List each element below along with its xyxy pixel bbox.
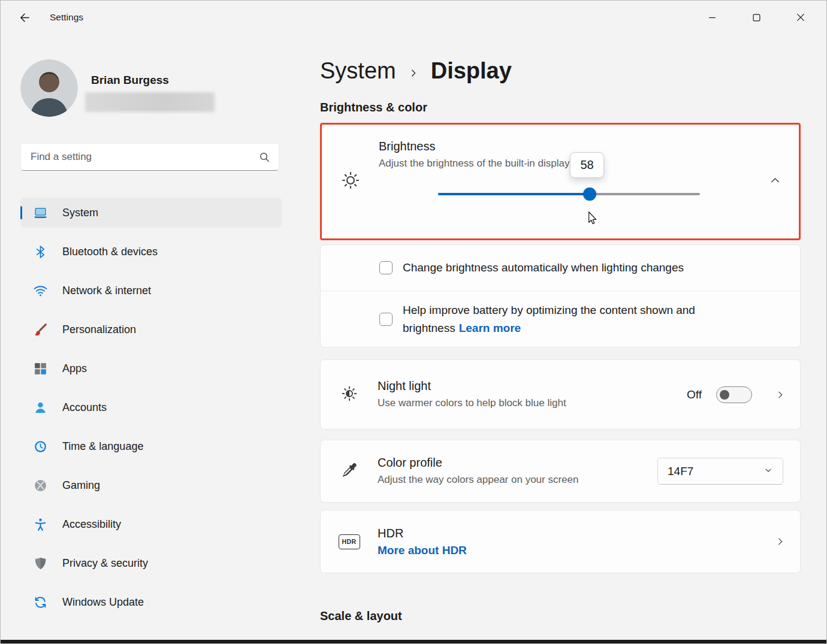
breadcrumb-display: Display [431, 58, 512, 84]
auto-brightness-label: Change brightness automatically when lig… [403, 259, 684, 276]
toggle-knob [720, 390, 729, 400]
night-light-card[interactable]: Night light Use warmer colors to help bl… [320, 359, 801, 430]
brightness-subsettings: Change brightness automatically when lig… [320, 244, 801, 347]
sidebar-item-label: System [62, 207, 98, 219]
sidebar-item-label: Accounts [62, 401, 107, 414]
breadcrumb-system[interactable]: System [320, 58, 396, 84]
brightness-value-tooltip: 58 [570, 152, 604, 178]
more-about-hdr-link[interactable]: More about HDR [378, 544, 467, 557]
user-profile[interactable]: Brian Burgess [20, 59, 300, 117]
eyedropper-icon [340, 461, 358, 482]
sidebar-item-network-internet[interactable]: Network & internet [20, 276, 282, 306]
sidebar-item-label: Personalization [62, 323, 136, 336]
user-name: Brian Burgess [91, 74, 215, 87]
close-icon [796, 13, 805, 22]
brightness-slider-fill [438, 193, 590, 195]
shield-icon [32, 556, 48, 571]
sidebar-item-accounts[interactable]: Accounts [20, 392, 282, 422]
maximize-icon [753, 14, 760, 22]
brightness-card[interactable]: Brightness Adjust the brightness of the … [320, 123, 801, 240]
window-controls [698, 6, 826, 29]
learn-more-link[interactable]: Learn more [459, 322, 521, 334]
titlebar: Settings [1, 1, 826, 34]
accessibility-icon [32, 517, 48, 532]
battery-optimize-checkbox[interactable] [379, 313, 393, 326]
auto-brightness-row[interactable]: Change brightness automatically when lig… [321, 245, 800, 291]
wifi-icon [32, 283, 48, 298]
xbox-icon [32, 478, 48, 493]
sidebar-item-label: Privacy & security [62, 557, 148, 570]
search-box[interactable] [20, 143, 279, 171]
color-profile-card: Color profile Adjust the way colors appe… [320, 440, 801, 503]
update-icon [32, 595, 48, 610]
sidebar-item-time-language[interactable]: Time & language [20, 431, 282, 461]
night-light-icon [340, 385, 358, 405]
sidebar-item-label: Gaming [62, 479, 100, 492]
brightness-sun-icon [340, 170, 361, 193]
color-profile-dropdown[interactable]: 14F7 [657, 458, 783, 485]
sidebar-item-personalization[interactable]: Personalization [20, 315, 282, 344]
sidebar-item-gaming[interactable]: Gaming [20, 470, 282, 500]
section-scale-layout: Scale & layout [320, 609, 801, 623]
sidebar-item-system[interactable]: System [20, 198, 282, 228]
apps-icon [32, 361, 48, 376]
mouse-cursor [584, 210, 600, 229]
brightness-value: 58 [580, 158, 593, 172]
brightness-subtitle: Adjust the brightness of the built-in di… [379, 157, 751, 171]
brightness-slider-thumb[interactable] [583, 188, 596, 201]
chevron-right-icon[interactable] [775, 389, 786, 400]
maximize-button[interactable] [743, 6, 770, 29]
chevron-down-icon [763, 465, 773, 478]
system-icon [32, 205, 48, 220]
sidebar-item-privacy-security[interactable]: Privacy & security [20, 548, 282, 578]
back-button[interactable] [13, 7, 37, 28]
night-light-state: Off [687, 388, 702, 401]
night-light-toggle[interactable] [716, 386, 752, 403]
hdr-icon: HDR [339, 534, 360, 549]
breadcrumb: System Display [320, 58, 801, 84]
sidebar-nav: System Bluetooth & devices Network & int… [20, 198, 282, 617]
color-profile-value: 14F7 [668, 465, 693, 478]
avatar [20, 59, 78, 117]
color-profile-title: Color profile [378, 456, 657, 470]
auto-brightness-checkbox[interactable] [379, 261, 393, 274]
battery-optimize-label: Help improve battery by optimizing the c… [403, 304, 695, 334]
breadcrumb-chevron-icon [408, 68, 419, 78]
clock-icon [32, 439, 48, 454]
bottom-edge [1, 640, 826, 643]
sidebar-item-label: Apps [62, 362, 87, 375]
brightness-slider[interactable] [438, 188, 700, 201]
sidebar: Brian Burgess System Bluetooth & devi [1, 34, 300, 640]
sidebar-item-label: Time & language [62, 440, 143, 453]
person-icon [32, 400, 48, 415]
sidebar-item-label: Network & internet [62, 285, 151, 297]
search-icon[interactable] [259, 152, 270, 163]
close-button[interactable] [787, 6, 814, 29]
color-profile-subtitle: Adjust the way colors appear on your scr… [378, 473, 657, 487]
window-title: Settings [50, 12, 83, 23]
sidebar-item-label: Windows Update [62, 596, 144, 609]
minimize-button[interactable] [698, 6, 726, 29]
sidebar-item-accessibility[interactable]: Accessibility [20, 509, 282, 539]
minimize-icon [708, 14, 716, 22]
sidebar-item-windows-update[interactable]: Windows Update [20, 587, 282, 617]
sidebar-item-label: Accessibility [62, 518, 121, 531]
sidebar-item-label: Bluetooth & devices [62, 246, 158, 258]
search-input[interactable] [31, 151, 259, 163]
redacted-email [85, 92, 215, 112]
bluetooth-icon [32, 244, 48, 259]
section-brightness-color: Brightness & color [320, 101, 801, 114]
sidebar-item-apps[interactable]: Apps [20, 353, 282, 383]
sidebar-item-bluetooth-devices[interactable]: Bluetooth & devices [20, 237, 282, 267]
night-light-subtitle: Use warmer colors to help block blue lig… [378, 397, 581, 410]
hdr-title: HDR [378, 527, 752, 540]
battery-optimize-row[interactable]: Help improve battery by optimizing the c… [321, 291, 800, 347]
chevron-up-icon[interactable] [769, 174, 781, 189]
settings-window: Settings [0, 0, 827, 644]
chevron-right-icon[interactable] [775, 536, 786, 547]
brightness-title: Brightness [379, 140, 751, 153]
main-content: System Display Brightness & color Bright… [320, 34, 801, 623]
back-arrow-icon [19, 12, 31, 23]
brush-icon [32, 322, 48, 337]
hdr-card[interactable]: HDR HDR More about HDR [320, 510, 801, 573]
